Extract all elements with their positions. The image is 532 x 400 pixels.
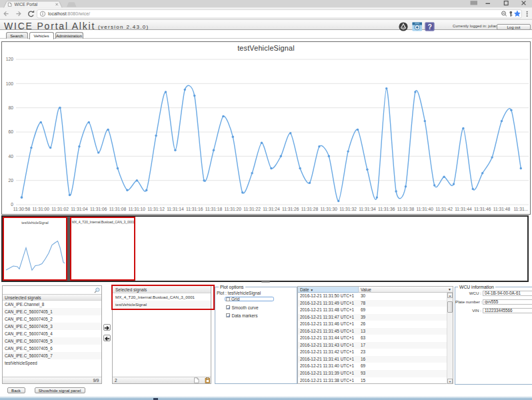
svg-text:11:30:58: 11:30:58 [13,207,31,211]
svg-text:11:31:00: 11:31:00 [33,207,50,211]
svg-text:100: 100 [6,81,13,86]
svg-text:11:31:48: 11:31:48 [493,207,511,211]
svg-text:11:31:30: 11:31:30 [321,207,338,211]
svg-text:11:31:10: 11:31:10 [129,207,146,211]
svg-text:11:31:18: 11:31:18 [205,207,223,211]
svg-text:11:31:22: 11:31:22 [243,207,261,211]
svg-text:11:31:40: 11:31:40 [417,207,434,211]
svg-text:11:31:28: 11:31:28 [301,207,319,211]
svg-text:20: 20 [9,178,14,183]
svg-text:11:31:34: 11:31:34 [359,207,376,211]
svg-text:60: 60 [9,129,14,134]
svg-text:11:31:24: 11:31:24 [263,207,280,211]
svg-text:11:31:20: 11:31:20 [225,207,242,211]
svg-text:11:31:42: 11:31:42 [435,207,453,211]
svg-text:testVehicleSignal: testVehicleSignal [237,44,295,52]
svg-text:11:31...: 11:31... [513,207,528,211]
svg-text:11:31:04: 11:31:04 [71,207,88,211]
svg-text:80: 80 [9,105,14,110]
svg-text:11:31:02: 11:31:02 [51,207,69,211]
svg-text:11:31:08: 11:31:08 [109,207,127,211]
svg-text:11:31:46: 11:31:46 [474,207,491,211]
svg-text:11:31:12: 11:31:12 [147,207,165,211]
svg-text:11:31:38: 11:31:38 [397,207,415,211]
svg-text:11:31:14: 11:31:14 [167,207,184,211]
svg-text:11:31:16: 11:31:16 [186,207,203,211]
svg-text:11:31:26: 11:31:26 [282,207,299,211]
svg-text:WICE Portal: WICE Portal [15,2,38,7]
svg-text:40: 40 [9,154,14,159]
svg-text:localhost:8080/wice/: localhost:8080/wice/ [48,11,90,16]
svg-text:120: 120 [6,57,13,61]
svg-text:11:31:06: 11:31:06 [90,207,107,211]
svg-text:11:31:44: 11:31:44 [455,207,472,211]
svg-text:11:31:36: 11:31:36 [378,207,395,211]
svg-text:?: ? [427,23,431,31]
svg-text:11:31:32: 11:31:32 [339,207,357,211]
